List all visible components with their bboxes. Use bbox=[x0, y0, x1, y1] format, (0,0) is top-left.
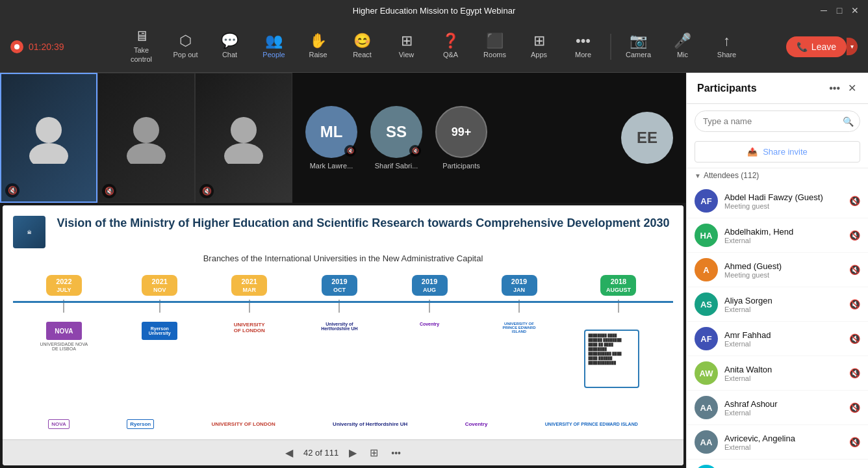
participant-item[interactable]: AS Aliya Sorgen External 🔇 bbox=[687, 287, 868, 322]
participant-info: Avricevic, Angelina External bbox=[724, 434, 843, 451]
chat-button[interactable]: 💬 Chat bbox=[209, 24, 251, 70]
slide-more-button[interactable]: ••• bbox=[389, 445, 403, 461]
more-button[interactable]: ••• More bbox=[563, 24, 604, 70]
prev-slide-button[interactable]: ◀ bbox=[283, 444, 296, 462]
participant-item[interactable]: AW Anita Walton External 🔇 bbox=[687, 356, 868, 391]
avatar-circle-ml: ML 🔇 bbox=[305, 106, 357, 158]
mute-icon-1: 🔇 bbox=[5, 183, 19, 198]
qa-button[interactable]: ❓ Q&A bbox=[430, 24, 472, 70]
avatar-item-ss[interactable]: SS 🔇 Sharif Sabri... bbox=[370, 106, 422, 170]
view-icon: ⊞ bbox=[401, 34, 413, 48]
participant-item[interactable]: AA Avricevic, Angelina External 🔇 bbox=[687, 425, 868, 460]
maximize-button[interactable]: □ bbox=[834, 5, 845, 16]
view-label: View bbox=[399, 51, 415, 59]
year-badge-2021nov: 2021NOV bbox=[142, 275, 177, 296]
slide-title: Vision of the Ministry of Higher Educati… bbox=[53, 216, 673, 231]
timeline-node-2018: 2018AUGUST ████████ ██████████ █████████… bbox=[591, 275, 646, 375]
participant-avatar: AW bbox=[695, 361, 718, 385]
slide-controls: ◀ 42 of 111 ▶ ⊞ ••• bbox=[3, 439, 683, 465]
uni-herts: University ofHertfordshire UH bbox=[321, 322, 357, 331]
svg-point-3 bbox=[127, 143, 166, 164]
participant-item[interactable]: AF Abdel Hadi Fawzy (Guest) Meeting gues… bbox=[687, 184, 868, 218]
next-slide-button[interactable]: ▶ bbox=[346, 444, 359, 462]
sidebar-header-actions: ••• ✕ bbox=[828, 81, 858, 96]
leave-dropdown-button[interactable]: ▾ bbox=[847, 38, 858, 55]
people-button[interactable]: 👥 People bbox=[253, 24, 295, 70]
participant-item[interactable]: HA Abdelhakim, Hend External 🔇 bbox=[687, 218, 868, 253]
uni-upei: UNIVERSITY OFPRINCE EDWARDISLAND bbox=[503, 322, 536, 333]
participant-mute-icon: 🔇 bbox=[849, 230, 860, 240]
svg-point-4 bbox=[231, 117, 257, 143]
minimize-button[interactable]: ─ bbox=[819, 5, 829, 16]
avatar-item-ml[interactable]: ML 🔇 Mark Lawre... bbox=[305, 106, 357, 170]
share-button[interactable]: ↑ Share bbox=[706, 24, 748, 70]
participant-name: Abdel Hadi Fawzy (Guest) bbox=[724, 192, 843, 202]
raise-button[interactable]: ✋ Raise bbox=[298, 24, 339, 70]
participant-avatar: AF bbox=[695, 189, 718, 213]
chat-icon: 💬 bbox=[221, 34, 238, 48]
camera-button[interactable]: 📷 Camera bbox=[618, 24, 659, 70]
close-window-button[interactable]: ✕ bbox=[850, 5, 860, 16]
muted-icon-ss: 🔇 bbox=[409, 145, 421, 157]
rooms-icon: ⬛ bbox=[486, 34, 504, 48]
participant-item[interactable]: AF Amr Fahhad External 🔇 bbox=[687, 322, 868, 356]
presentation-area: 🏛 Vision of the Ministry of Higher Educa… bbox=[3, 205, 683, 465]
take-control-button[interactable]: 🖥 Take control bbox=[121, 24, 162, 70]
apps-button[interactable]: ⊞ Apps bbox=[518, 24, 560, 70]
video-thumb-2[interactable]: 🔇 bbox=[97, 73, 195, 203]
participant-mute-icon: 🔇 bbox=[849, 299, 860, 309]
participant-avatar: HA bbox=[695, 224, 718, 247]
search-box: 🔍 bbox=[695, 110, 860, 132]
title-bar: Higher Education Mission to Egypt Webina… bbox=[0, 0, 868, 21]
share-invite-button[interactable]: 📤 Share invite bbox=[695, 141, 860, 162]
search-button[interactable]: 🔍 bbox=[843, 116, 854, 127]
participant-item[interactable]: BC Becca Cheshire (staff) External 🔇 bbox=[687, 460, 868, 468]
raise-icon: ✋ bbox=[309, 34, 327, 48]
phone-icon: 📞 bbox=[797, 42, 808, 52]
participant-role: Meeting guest bbox=[724, 271, 843, 279]
participant-name: Amr Fahhad bbox=[724, 330, 843, 340]
slide-header: 🏛 Vision of the Ministry of Higher Educa… bbox=[13, 216, 673, 248]
view-button[interactable]: ⊞ View bbox=[386, 24, 428, 70]
uni-ryerson: RyersonUniversity bbox=[142, 322, 177, 340]
participant-name: Abdelhakim, Hend bbox=[724, 227, 843, 237]
uni-nova: NOVA UNIVERSIDADE NOVADE LISBOA bbox=[40, 322, 88, 351]
avatar-item-ee[interactable]: EE bbox=[621, 112, 673, 164]
main-content: 🔇 🔇 🔇 ML 🔇 bbox=[0, 73, 868, 468]
participant-avatar: AS bbox=[695, 292, 718, 316]
react-icon: 😊 bbox=[353, 34, 371, 48]
qa-icon: ❓ bbox=[442, 34, 459, 48]
participant-avatar: BC bbox=[695, 465, 718, 468]
sidebar-more-button[interactable]: ••• bbox=[828, 81, 841, 96]
leave-area: 📞 Leave ▾ bbox=[786, 36, 858, 57]
rooms-button[interactable]: ⬛ Rooms bbox=[474, 24, 516, 70]
participant-item[interactable]: A Ahmed (Guest) Meeting guest 🔇 bbox=[687, 253, 868, 287]
share-label: Share bbox=[717, 51, 736, 59]
react-button[interactable]: 😊 React bbox=[342, 24, 383, 70]
timeline-nodes: 2022JULY NOVA UNIVERSIDADE NOVADE LISBOA… bbox=[13, 268, 673, 375]
slide-layout-button[interactable]: ⊞ bbox=[367, 444, 381, 462]
sidebar-header: Participants ••• ✕ bbox=[687, 73, 868, 104]
toolbar-center: 🖥 Take control ⬡ Pop out 💬 Chat 👥 People… bbox=[121, 24, 748, 70]
avatar-name-ml: Mark Lawre... bbox=[310, 162, 353, 170]
participant-mute-icon: 🔇 bbox=[849, 437, 860, 447]
participant-info: Ashraf Ashour External bbox=[724, 399, 843, 417]
video-thumb-1[interactable]: 🔇 bbox=[0, 73, 97, 203]
avatar-name-99: Participants bbox=[442, 162, 479, 170]
attendees-label: ▼ Attendees (112) bbox=[687, 168, 868, 184]
participants-list[interactable]: AF Abdel Hadi Fawzy (Guest) Meeting gues… bbox=[687, 184, 868, 468]
search-input[interactable] bbox=[695, 110, 860, 132]
pop-out-button[interactable]: ⬡ Pop out bbox=[165, 24, 207, 70]
avatar-item-99[interactable]: 99+ Participants bbox=[435, 106, 487, 170]
participant-avatar: AA bbox=[695, 396, 718, 419]
apps-label: Apps bbox=[531, 51, 547, 59]
participant-item[interactable]: AA Ashraf Ashour External 🔇 bbox=[687, 391, 868, 425]
video-thumb-3[interactable]: 🔇 bbox=[195, 73, 292, 203]
sidebar-close-button[interactable]: ✕ bbox=[847, 81, 858, 96]
year-badge-2019jan: 2019JAN bbox=[502, 275, 537, 296]
mic-button[interactable]: 🎤 Mic bbox=[662, 24, 704, 70]
sidebar-title: Participants bbox=[697, 83, 757, 94]
slide-subtitle: Branches of the International Universiti… bbox=[13, 254, 673, 263]
leave-button[interactable]: 📞 Leave bbox=[786, 36, 847, 57]
toolbar: 01:20:39 🖥 Take control ⬡ Pop out 💬 Chat… bbox=[0, 21, 868, 73]
